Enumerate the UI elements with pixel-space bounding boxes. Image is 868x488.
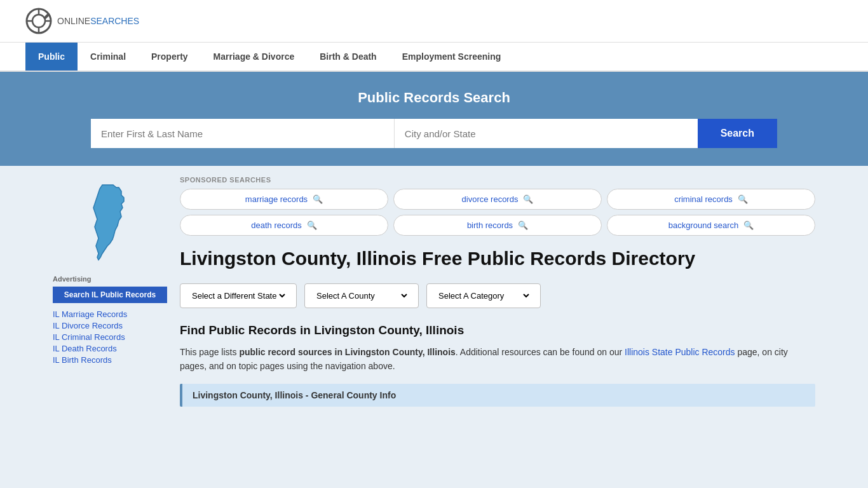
sidebar-link-marriage[interactable]: IL Marriage Records: [53, 309, 167, 319]
desc-part1: This page lists: [180, 347, 239, 357]
sponsored-tag-birth-label: birth records: [467, 220, 513, 230]
search-icon-birth: 🔍: [518, 220, 528, 230]
sponsored-tag-marriage[interactable]: marriage records 🔍: [180, 189, 388, 210]
state-dropdown[interactable]: Select a Different State: [180, 283, 297, 308]
search-icon-criminal: 🔍: [738, 194, 748, 204]
logo-icon: [25, 8, 52, 34]
ad-button[interactable]: Search IL Public Records: [53, 287, 167, 303]
desc-part2: . Additional resources can be found on o…: [456, 347, 625, 357]
find-heading: Find Public Records in Livingston County…: [180, 323, 815, 337]
sidebar: Advertising Search IL Public Records IL …: [53, 176, 180, 407]
nav-item-property[interactable]: Property: [139, 43, 201, 71]
illinois-map-icon: [78, 182, 142, 265]
main-nav: Public Criminal Property Marriage & Divo…: [0, 43, 868, 72]
dropdowns-row: Select a Different State Select A County…: [180, 283, 815, 308]
sponsored-tag-birth[interactable]: birth records 🔍: [393, 215, 602, 236]
hero-title: Public Records Search: [25, 90, 843, 106]
sponsored-tag-death-label: death records: [251, 220, 302, 230]
category-dropdown[interactable]: Select A Category: [426, 283, 541, 308]
sponsored-tag-marriage-label: marriage records: [245, 194, 308, 204]
nav-item-employment[interactable]: Employment Screening: [390, 43, 514, 71]
desc-link[interactable]: Illinois State Public Records: [625, 347, 735, 357]
ad-label: Advertising: [53, 275, 167, 283]
nav-item-birth-death[interactable]: Birth & Death: [307, 43, 389, 71]
search-bar: Search: [91, 119, 777, 148]
search-icon-background: 🔍: [743, 220, 754, 230]
county-dropdown[interactable]: Select A County: [304, 283, 419, 308]
category-select[interactable]: Select A Category: [436, 290, 531, 301]
svg-point-1: [32, 15, 45, 27]
site-header: ONLINESEARCHES: [0, 0, 868, 43]
sponsored-tag-divorce-label: divorce records: [462, 194, 519, 204]
logo-online: ONLINE: [57, 16, 90, 26]
main-content: SPONSORED SEARCHES marriage records 🔍 di…: [180, 176, 815, 407]
nav-item-criminal[interactable]: Criminal: [78, 43, 139, 71]
search-icon-death: 🔍: [307, 220, 317, 230]
location-input[interactable]: [395, 119, 698, 148]
sponsored-tag-divorce[interactable]: divorce records 🔍: [393, 189, 602, 210]
main-wrapper: Advertising Search IL Public Records IL …: [40, 166, 828, 417]
sponsored-tag-background-label: background search: [668, 220, 739, 230]
general-info-bar: Livingston County, Illinois - General Co…: [180, 384, 815, 407]
nav-item-public[interactable]: Public: [25, 43, 78, 71]
sponsored-tag-criminal[interactable]: criminal records 🔍: [607, 189, 815, 210]
logo[interactable]: ONLINESEARCHES: [25, 8, 139, 34]
hero-section: Public Records Search Search: [0, 72, 868, 166]
sponsored-grid: marriage records 🔍 divorce records 🔍 cri…: [180, 189, 815, 236]
page-description: This page lists public record sources in…: [180, 345, 815, 374]
logo-text: ONLINESEARCHES: [57, 16, 139, 26]
state-select[interactable]: Select a Different State: [189, 290, 287, 301]
sponsored-label: SPONSORED SEARCHES: [180, 176, 815, 184]
sponsored-tag-background[interactable]: background search 🔍: [607, 215, 815, 236]
county-select[interactable]: Select A County: [314, 290, 409, 301]
search-button[interactable]: Search: [698, 119, 777, 148]
page-title: Livingston County, Illinois Free Public …: [180, 246, 815, 271]
sidebar-link-death[interactable]: IL Death Records: [53, 344, 167, 353]
logo-searches: SEARCHES: [90, 16, 139, 26]
sidebar-link-divorce[interactable]: IL Divorce Records: [53, 321, 167, 330]
sponsored-tag-death[interactable]: death records 🔍: [180, 215, 388, 236]
sidebar-link-criminal[interactable]: IL Criminal Records: [53, 332, 167, 342]
desc-bold: public record sources in Livingston Coun…: [239, 347, 455, 357]
sponsored-tag-criminal-label: criminal records: [674, 194, 733, 204]
sponsored-section: SPONSORED SEARCHES marriage records 🔍 di…: [180, 176, 815, 236]
name-input[interactable]: [91, 119, 395, 148]
search-icon-marriage: 🔍: [313, 194, 323, 204]
sidebar-link-birth[interactable]: IL Birth Records: [53, 355, 167, 365]
nav-item-marriage-divorce[interactable]: Marriage & Divorce: [201, 43, 308, 71]
search-icon-divorce: 🔍: [523, 194, 533, 204]
